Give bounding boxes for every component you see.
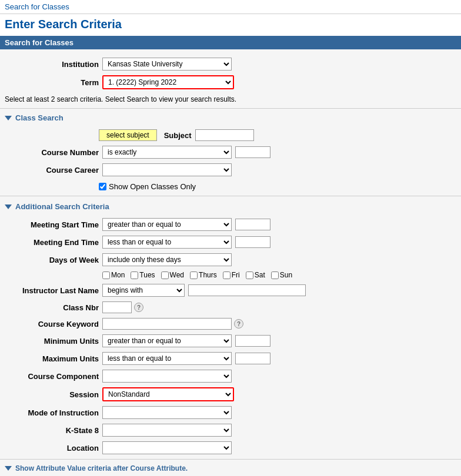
kstate8-label: K-State 8 bbox=[5, 426, 99, 435]
course-number-row: Course Number is exactly bbox=[0, 145, 461, 160]
maximum-units-label: Maximum Units bbox=[5, 354, 99, 363]
class-nbr-input[interactable] bbox=[102, 301, 132, 313]
attribute-collapse-arrow-icon bbox=[5, 466, 12, 471]
day-fri-checkbox[interactable] bbox=[223, 271, 230, 279]
maximum-units-operator[interactable]: less than or equal to bbox=[102, 352, 232, 365]
course-number-input[interactable] bbox=[235, 146, 270, 158]
minimum-units-label: Minimum Units bbox=[5, 337, 99, 346]
term-highlight: 1. (2222) Spring 2022 bbox=[102, 75, 234, 89]
class-nbr-label: Class Nbr bbox=[5, 303, 99, 312]
subject-row: select subject Subject bbox=[0, 128, 461, 142]
class-nbr-help-icon[interactable]: ? bbox=[134, 303, 143, 312]
additional-collapse-arrow-icon bbox=[5, 205, 12, 209]
form-area: Institution Kansas State University Term… bbox=[0, 49, 461, 476]
day-sat[interactable]: Sat bbox=[246, 271, 265, 279]
show-open-classes-checkbox[interactable] bbox=[99, 183, 106, 190]
day-thurs-checkbox[interactable] bbox=[190, 271, 198, 279]
show-open-classes-row: Show Open Classes Only bbox=[0, 180, 461, 193]
day-fri[interactable]: Fri bbox=[223, 271, 240, 279]
collapse-arrow-icon bbox=[5, 116, 12, 120]
course-keyword-row: Course Keyword ? bbox=[0, 317, 461, 331]
meeting-start-time-row: Meeting Start Time greater than or equal… bbox=[0, 217, 461, 232]
instructor-last-name-label: Instructor Last Name bbox=[5, 286, 99, 295]
additional-search-header[interactable]: Additional Search Criteria bbox=[0, 199, 461, 214]
mode-of-instruction-select[interactable] bbox=[102, 406, 232, 419]
minimum-units-operator[interactable]: greater than or equal to bbox=[102, 334, 232, 347]
day-wed[interactable]: Wed bbox=[161, 271, 184, 279]
breadcrumb: Search for Classes bbox=[0, 0, 461, 14]
course-keyword-input[interactable] bbox=[102, 318, 232, 330]
day-tues[interactable]: Tues bbox=[131, 271, 155, 279]
class-search-header[interactable]: Class Search bbox=[0, 110, 461, 126]
subject-input[interactable] bbox=[195, 129, 254, 141]
session-row: Session NonStandard bbox=[0, 386, 461, 403]
section-header: Search for Classes bbox=[0, 36, 461, 49]
page-container: Search for Classes Enter Search Criteria… bbox=[0, 0, 461, 476]
attribute-header[interactable]: Show Attribute Value criteria after Cour… bbox=[0, 461, 461, 476]
meeting-start-time-label: Meeting Start Time bbox=[5, 220, 99, 229]
day-thurs[interactable]: Thurs bbox=[190, 271, 217, 279]
instructor-last-name-operator[interactable]: begins with bbox=[102, 284, 185, 297]
meeting-end-time-row: Meeting End Time less than or equal to bbox=[0, 234, 461, 250]
minimum-units-input[interactable] bbox=[235, 335, 270, 347]
course-component-label: Course Component bbox=[5, 372, 99, 381]
location-label: Location bbox=[5, 444, 99, 452]
meeting-end-time-operator[interactable]: less than or equal to bbox=[102, 236, 232, 249]
meeting-start-time-input[interactable] bbox=[235, 219, 270, 230]
day-sun-checkbox[interactable] bbox=[271, 271, 279, 279]
maximum-units-input[interactable] bbox=[235, 353, 270, 364]
page-title-bar: Enter Search Criteria bbox=[0, 14, 461, 36]
instruction-text: Select at least 2 search criteria. Selec… bbox=[0, 93, 461, 107]
institution-label: Institution bbox=[5, 60, 99, 69]
course-component-select[interactable] bbox=[102, 370, 232, 383]
kstate8-select[interactable] bbox=[102, 424, 232, 437]
meeting-start-time-operator[interactable]: greater than or equal to bbox=[102, 218, 232, 231]
institution-row: Institution Kansas State University bbox=[0, 56, 461, 72]
course-keyword-help-icon[interactable]: ? bbox=[234, 319, 243, 328]
course-keyword-label: Course Keyword bbox=[5, 320, 99, 328]
maximum-units-row: Maximum Units less than or equal to bbox=[0, 351, 461, 366]
course-career-select[interactable] bbox=[102, 163, 232, 176]
subject-label: Subject bbox=[164, 131, 192, 140]
day-mon-checkbox[interactable] bbox=[102, 271, 110, 279]
location-select[interactable] bbox=[102, 441, 232, 454]
meeting-end-time-input[interactable] bbox=[235, 236, 270, 248]
day-mon[interactable]: Mon bbox=[102, 271, 125, 279]
institution-select[interactable]: Kansas State University bbox=[102, 58, 232, 71]
minimum-units-row: Minimum Units greater than or equal to bbox=[0, 333, 461, 348]
days-of-week-label: Days of Week bbox=[5, 256, 99, 264]
course-number-operator[interactable]: is exactly bbox=[102, 146, 232, 159]
class-nbr-row: Class Nbr ? bbox=[0, 300, 461, 314]
instructor-last-name-row: Instructor Last Name begins with bbox=[0, 283, 461, 298]
days-of-week-select-row: Days of Week include only these days bbox=[0, 252, 461, 267]
term-label: Term bbox=[5, 78, 99, 87]
course-number-label: Course Number bbox=[5, 148, 99, 157]
location-row: Location bbox=[0, 440, 461, 455]
breadcrumb-link[interactable]: Search for Classes bbox=[5, 2, 69, 11]
course-career-label: Course Career bbox=[5, 166, 99, 175]
days-of-week-checkboxes: Mon Tues Wed Thurs Fri Sat Sun bbox=[0, 270, 461, 280]
term-row: Term 1. (2222) Spring 2022 bbox=[0, 74, 461, 90]
day-sun[interactable]: Sun bbox=[271, 271, 292, 279]
session-label: Session bbox=[5, 390, 99, 399]
page-title: Enter Search Criteria bbox=[5, 18, 456, 31]
session-highlight: NonStandard bbox=[102, 387, 234, 401]
meeting-end-time-label: Meeting End Time bbox=[5, 238, 99, 247]
course-component-row: Course Component bbox=[0, 368, 461, 384]
day-wed-checkbox[interactable] bbox=[161, 271, 169, 279]
term-select[interactable]: 1. (2222) Spring 2022 bbox=[103, 76, 233, 88]
day-tues-checkbox[interactable] bbox=[131, 271, 138, 279]
kstate8-row: K-State 8 bbox=[0, 423, 461, 438]
days-of-week-operator[interactable]: include only these days bbox=[102, 253, 232, 266]
day-sat-checkbox[interactable] bbox=[246, 271, 253, 279]
course-career-row: Course Career bbox=[0, 162, 461, 177]
instructor-last-name-input[interactable] bbox=[188, 284, 306, 296]
show-open-classes-label: Show Open Classes Only bbox=[109, 182, 196, 191]
select-subject-button[interactable]: select subject bbox=[99, 129, 157, 141]
session-select[interactable]: NonStandard bbox=[103, 388, 233, 400]
mode-of-instruction-row: Mode of Instruction bbox=[0, 405, 461, 420]
mode-of-instruction-label: Mode of Instruction bbox=[5, 408, 99, 417]
